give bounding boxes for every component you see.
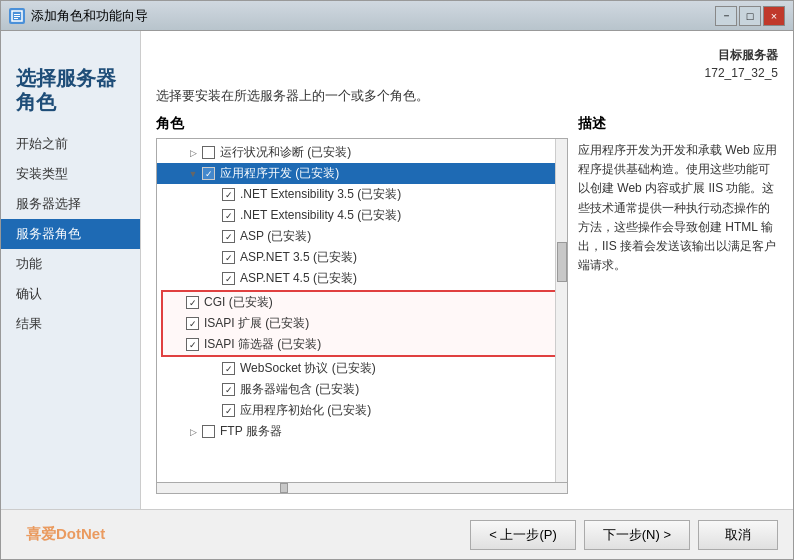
role-label: .NET Extensibility 3.5 (已安装) <box>240 186 401 203</box>
main-window: 添加角色和功能向导 － □ × 选择服务器角色 开始之前 安装类型 服务器选择 … <box>0 0 794 560</box>
svg-rect-1 <box>14 14 20 15</box>
expand-icon <box>207 189 219 201</box>
expand-icon <box>207 231 219 243</box>
checkbox-icon[interactable] <box>222 251 235 264</box>
page-description: 选择要安装在所选服务器上的一个或多个角色。 <box>156 87 778 105</box>
expand-icon <box>171 318 183 330</box>
main-content: 目标服务器 172_17_32_5 选择要安装在所选服务器上的一个或多个角色。 … <box>141 31 793 509</box>
role-column-header: 角色 <box>156 115 568 133</box>
list-item[interactable]: ▼ 应用程序开发 (已安装) <box>157 163 567 184</box>
list-item[interactable]: ASP.NET 4.5 (已安装) <box>157 268 567 289</box>
list-item[interactable]: 应用程序初始化 (已安装) <box>157 400 567 421</box>
checkbox-icon[interactable] <box>202 425 215 438</box>
role-label: CGI (已安装) <box>204 294 273 311</box>
role-label: FTP 服务器 <box>220 423 282 440</box>
list-item[interactable]: 服务器端包含 (已安装) <box>157 379 567 400</box>
role-label: 服务器端包含 (已安装) <box>240 381 359 398</box>
description-column: 描述 应用程序开发为开发和承载 Web 应用程序提供基础构造。使用这些功能可以创… <box>578 115 778 494</box>
checkbox-icon[interactable] <box>222 230 235 243</box>
horizontal-scrollbar[interactable] <box>156 482 568 494</box>
expand-icon <box>207 405 219 417</box>
title-bar: 添加角色和功能向导 － □ × <box>1 1 793 31</box>
sidebar-item-server-roles[interactable]: 服务器角色 <box>1 219 140 249</box>
role-column: 角色 ▷ 运行状况和诊断 (已安装) ▼ <box>156 115 568 494</box>
checkbox-icon[interactable] <box>222 404 235 417</box>
sidebar-item-before[interactable]: 开始之前 <box>1 129 140 159</box>
role-label: ISAPI 筛选器 (已安装) <box>204 336 321 353</box>
content-area: 选择服务器角色 开始之前 安装类型 服务器选择 服务器角色 功能 确认 结果 目… <box>1 31 793 509</box>
list-item[interactable]: WebSocket 协议 (已安装) <box>157 358 567 379</box>
role-label: 应用程序初始化 (已安装) <box>240 402 371 419</box>
next-button[interactable]: 下一步(N) > <box>584 520 690 550</box>
list-item[interactable]: ASP.NET 3.5 (已安装) <box>157 247 567 268</box>
list-item[interactable]: CGI (已安装) <box>163 292 561 313</box>
expand-icon <box>207 363 219 375</box>
scrollbar[interactable] <box>555 139 567 482</box>
sidebar: 选择服务器角色 开始之前 安装类型 服务器选择 服务器角色 功能 确认 结果 <box>1 31 141 509</box>
sidebar-item-features[interactable]: 功能 <box>1 249 140 279</box>
expand-icon[interactable]: ▷ <box>187 426 199 438</box>
page-heading: 选择服务器角色 <box>1 51 140 119</box>
expand-icon[interactable]: ▷ <box>187 147 199 159</box>
sidebar-item-confirm[interactable]: 确认 <box>1 279 140 309</box>
role-list-container[interactable]: ▷ 运行状况和诊断 (已安装) ▼ 应用程序开发 (已安装) <box>156 138 568 483</box>
role-label: ASP.NET 3.5 (已安装) <box>240 249 357 266</box>
watermark-text: 喜爱DotNet <box>26 525 105 544</box>
sidebar-item-install-type[interactable]: 安装类型 <box>1 159 140 189</box>
svg-rect-2 <box>14 16 20 17</box>
footer-watermark: 喜爱DotNet <box>16 525 462 544</box>
checkbox-icon[interactable] <box>222 209 235 222</box>
description-header: 描述 <box>578 115 778 133</box>
highlight-group: CGI (已安装) ISAPI 扩展 (已安装) <box>161 290 563 357</box>
minimize-button[interactable]: － <box>715 6 737 26</box>
list-item[interactable]: ▷ FTP 服务器 <box>157 421 567 442</box>
columns-layout: 角色 ▷ 运行状况和诊断 (已安装) ▼ <box>156 115 778 494</box>
sidebar-item-server-select[interactable]: 服务器选择 <box>1 189 140 219</box>
expand-icon <box>171 339 183 351</box>
close-button[interactable]: × <box>763 6 785 26</box>
list-item[interactable]: ▷ 运行状况和诊断 (已安装) <box>157 142 567 163</box>
role-label: 运行状况和诊断 (已安装) <box>220 144 351 161</box>
scrollbar-thumb[interactable] <box>557 242 567 282</box>
role-label: .NET Extensibility 4.5 (已安装) <box>240 207 401 224</box>
expand-icon <box>207 384 219 396</box>
h-scrollbar-thumb[interactable] <box>280 483 288 493</box>
target-server-info: 目标服务器 172_17_32_5 <box>156 46 778 82</box>
role-label: ISAPI 扩展 (已安装) <box>204 315 309 332</box>
checkbox-icon[interactable] <box>186 296 199 309</box>
list-item[interactable]: ISAPI 筛选器 (已安装) <box>163 334 561 355</box>
expand-icon <box>207 273 219 285</box>
maximize-button[interactable]: □ <box>739 6 761 26</box>
list-item[interactable]: ISAPI 扩展 (已安装) <box>163 313 561 334</box>
description-text: 应用程序开发为开发和承载 Web 应用程序提供基础构造。使用这些功能可以创建 W… <box>578 141 778 275</box>
prev-button[interactable]: < 上一步(P) <box>470 520 576 550</box>
expand-icon <box>171 297 183 309</box>
checkbox-icon[interactable] <box>186 317 199 330</box>
window-icon <box>9 8 25 24</box>
target-label: 目标服务器 <box>718 48 778 62</box>
checkbox-icon[interactable] <box>222 362 235 375</box>
list-item[interactable]: .NET Extensibility 3.5 (已安装) <box>157 184 567 205</box>
sidebar-item-results[interactable]: 结果 <box>1 309 140 339</box>
checkbox-icon[interactable] <box>202 146 215 159</box>
checkbox-icon[interactable] <box>222 272 235 285</box>
role-label: ASP.NET 4.5 (已安装) <box>240 270 357 287</box>
list-item[interactable]: .NET Extensibility 4.5 (已安装) <box>157 205 567 226</box>
window-title: 添加角色和功能向导 <box>31 7 148 25</box>
target-server-value: 172_17_32_5 <box>705 66 778 80</box>
checkbox-icon[interactable] <box>222 188 235 201</box>
expand-icon <box>207 252 219 264</box>
footer: 喜爱DotNet < 上一步(P) 下一步(N) > 取消 <box>1 509 793 559</box>
role-label: 应用程序开发 (已安装) <box>220 165 339 182</box>
checkbox-icon[interactable] <box>186 338 199 351</box>
sidebar-items: 开始之前 安装类型 服务器选择 服务器角色 功能 确认 结果 <box>1 129 140 339</box>
role-list: ▷ 运行状况和诊断 (已安装) ▼ 应用程序开发 (已安装) <box>157 139 567 445</box>
list-item[interactable]: ASP (已安装) <box>157 226 567 247</box>
window-controls: － □ × <box>715 6 785 26</box>
cancel-button[interactable]: 取消 <box>698 520 778 550</box>
role-label: WebSocket 协议 (已安装) <box>240 360 376 377</box>
checkbox-icon[interactable] <box>222 383 235 396</box>
svg-rect-3 <box>14 18 18 19</box>
expand-icon[interactable]: ▼ <box>187 168 199 180</box>
checkbox-icon[interactable] <box>202 167 215 180</box>
